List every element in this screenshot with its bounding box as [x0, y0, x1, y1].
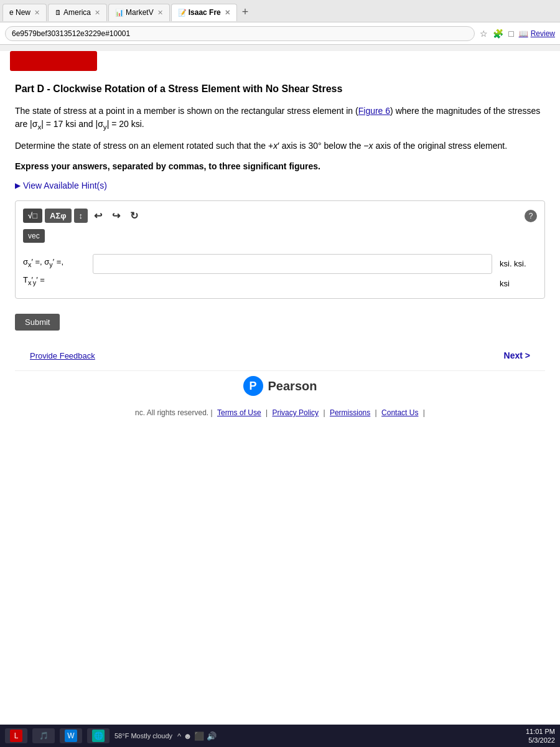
tab-america-label: America	[63, 8, 91, 17]
sigma-button[interactable]: ΑΣφ	[45, 209, 72, 223]
taskbar-item-browser[interactable]: 🌐	[87, 728, 110, 743]
instruction-text: Express your answers, separated by comma…	[15, 160, 545, 173]
taskbar-icon-app1: 🎵	[37, 730, 50, 742]
tau-units: ksi	[500, 276, 537, 291]
browser-tabs-bar: e New ✕ 🗓 America ✕ 📊 MarketV ✕ 📝 Isaac …	[0, 0, 560, 22]
content-area: Part D - Clockwise Rotation of a Stress …	[0, 51, 560, 736]
sigma-answer-input[interactable]	[93, 254, 492, 274]
instruction-bold: Express your answers, separated by comma…	[15, 161, 320, 171]
tab-isaac[interactable]: 📝 Isaac Fre ✕	[171, 4, 237, 21]
weather-display: 58°F Mostly cloudy	[114, 732, 172, 740]
math-icon: √□	[28, 211, 37, 220]
figure-link[interactable]: Figure 6	[358, 106, 390, 116]
taskbar-item-app1[interactable]: 🎵	[32, 728, 55, 743]
input-column	[93, 254, 492, 274]
copyright-text: nc. All rights reserved. |	[135, 408, 213, 417]
sigma-units: ksi. ksi.	[500, 256, 537, 271]
main-content: Part D - Clockwise Rotation of a Stress …	[0, 77, 560, 432]
sigma-label-text: σx′ =, σy′ =,	[23, 256, 85, 270]
tab-new-close[interactable]: ✕	[34, 9, 40, 17]
hint-label: View Available Hint(s)	[23, 181, 107, 190]
redo-icon: ↪	[112, 210, 120, 222]
sigma-label: ΑΣφ	[50, 211, 67, 220]
help-label: ?	[529, 212, 533, 220]
taskbar-icon-l: L	[10, 730, 22, 742]
hint-link[interactable]: ▶ View Available Hint(s)	[15, 181, 545, 190]
contact-link[interactable]: Contact Us	[381, 408, 418, 417]
taskbar-icon-browser: 🌐	[92, 730, 105, 742]
redo-button[interactable]: ↪	[108, 209, 124, 223]
tab-new[interactable]: e New ✕	[2, 4, 47, 21]
sort-icon: ↕	[79, 211, 83, 220]
undo-button[interactable]: ↩	[90, 209, 106, 223]
taskbar-icon-word: W	[65, 730, 77, 742]
tab-marketv-close[interactable]: ✕	[157, 9, 163, 17]
problem-description-1: The state of stress at a point in a memb…	[15, 105, 545, 132]
hint-arrow-icon: ▶	[15, 181, 21, 190]
clock-time: 11:01 PM	[526, 727, 555, 736]
refresh-icon: ↻	[130, 210, 138, 222]
part-title: Part D - Clockwise Rotation of a Stress …	[15, 83, 545, 95]
pearson-section: P Pearson	[15, 370, 545, 406]
pearson-label: Pearson	[268, 379, 317, 393]
vec-button[interactable]: vec	[23, 229, 45, 243]
taskbar-item-l[interactable]: L	[5, 728, 27, 743]
address-bar: ☆ 🧩 □ 📖 Review	[0, 22, 560, 45]
window-icon[interactable]: □	[508, 29, 513, 39]
footer-links: nc. All rights reserved. | Terms of Use …	[15, 406, 545, 420]
submit-button[interactable]: Submit	[15, 314, 60, 331]
bookmark-icon: 📖	[519, 29, 528, 38]
next-button[interactable]: Next >	[504, 350, 530, 360]
vec-label: vec	[28, 232, 40, 240]
tab-isaac-label: Isaac Fre	[189, 8, 221, 17]
pearson-p-icon: P	[243, 376, 263, 396]
red-button-bar[interactable]	[10, 51, 97, 71]
toolbar-row: √□ ΑΣφ ↕ ↩ ↪ ↻ ?	[23, 209, 537, 223]
weather-text: 58°F Mostly cloudy	[114, 732, 172, 740]
tau-label-text: Tx′y′ =	[23, 275, 85, 288]
privacy-link[interactable]: Privacy Policy	[272, 408, 319, 417]
page-footer: Provide Feedback Next >	[15, 341, 545, 370]
extension-icon[interactable]: 🧩	[493, 29, 503, 39]
address-bar-icons: ☆ 🧩 □ 📖 Review	[480, 29, 555, 39]
taskbar-clock: 11:01 PM 5/3/2022	[526, 727, 555, 745]
terms-link[interactable]: Terms of Use	[217, 408, 261, 417]
tab-marketv-label: MarketV	[126, 8, 154, 17]
add-tab-button[interactable]: +	[238, 6, 253, 19]
review-link[interactable]: 📖 Review	[519, 29, 555, 38]
provide-feedback-link[interactable]: Provide Feedback	[30, 351, 95, 360]
tab-america[interactable]: 🗓 America ✕	[48, 4, 107, 21]
address-input[interactable]	[5, 26, 475, 41]
tab-new-label: e New	[9, 8, 30, 17]
refresh-button[interactable]: ↻	[126, 209, 142, 223]
input-section: σx′ =, σy′ =, Tx′y′ = ksi. ksi. ksi	[23, 254, 537, 291]
help-icon[interactable]: ?	[525, 210, 537, 222]
problem-description-2: Determine the state of stress on an elem…	[15, 139, 545, 153]
systray-icons: ^ ☻ ⬛ 🔊	[177, 731, 217, 741]
clock-date: 5/3/2022	[526, 736, 555, 745]
review-label: Review	[531, 29, 555, 38]
taskbar: L 🎵 W 🌐 58°F Mostly cloudy ^ ☻ ⬛ 🔊 11:01…	[0, 725, 560, 747]
tab-america-close[interactable]: ✕	[95, 9, 100, 17]
undo-icon: ↩	[94, 210, 102, 222]
answer-box: √□ ΑΣφ ↕ ↩ ↪ ↻ ?	[15, 200, 545, 299]
tab-marketv[interactable]: 📊 MarketV ✕	[108, 4, 170, 21]
sort-button[interactable]: ↕	[74, 209, 88, 223]
pearson-logo: P Pearson	[243, 376, 317, 396]
units-column: ksi. ksi. ksi	[500, 254, 537, 291]
math-button[interactable]: √□	[23, 209, 42, 223]
star-icon[interactable]: ☆	[480, 29, 488, 39]
tab-isaac-close[interactable]: ✕	[225, 9, 230, 17]
taskbar-item-word[interactable]: W	[60, 728, 82, 743]
labels-column: σx′ =, σy′ =, Tx′y′ =	[23, 254, 85, 288]
permissions-link[interactable]: Permissions	[330, 408, 370, 417]
systray: ^ ☻ ⬛ 🔊	[177, 731, 217, 741]
